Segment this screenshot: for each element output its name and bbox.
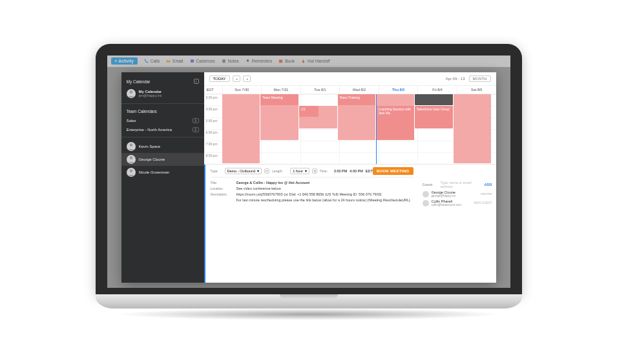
avatar <box>127 168 136 177</box>
activity-button[interactable]: Activity <box>111 57 138 65</box>
tab-book-label: Book <box>285 59 295 63</box>
team-item-enterprise[interactable]: Enterprise - North America 3 <box>121 125 204 134</box>
current-user-email: jen@happy.inc <box>139 94 162 97</box>
tab-email[interactable]: Email <box>166 59 183 63</box>
tab-hot-handoff[interactable]: Hot Handoff <box>301 59 330 63</box>
gear-icon[interactable]: ⚙ <box>312 168 317 174</box>
calendar-cell[interactable] <box>339 141 379 152</box>
time-label: Time: <box>320 169 331 173</box>
event-busy[interactable] <box>415 94 453 105</box>
svg-rect-0 <box>190 59 193 63</box>
team-calendars-section: Team Calendars <box>121 106 204 116</box>
person-name: George Cloone <box>139 157 165 161</box>
chevron-down-icon: ▾ <box>305 169 307 173</box>
guest-row[interactable]: Collin Pharell collin@hotaccount.com MAI… <box>423 199 492 207</box>
chevron-down-icon: ▾ <box>257 169 259 173</box>
avatar <box>423 191 429 197</box>
calendar-main: TODAY ‹ › Apr 09 - 13 MONTH EDT Sun 7/30 <box>204 72 496 283</box>
note-icon <box>222 59 226 63</box>
tab-email-label: Email <box>173 59 183 63</box>
team-label: Enterprise - North America <box>127 128 173 132</box>
calendar-body[interactable]: 3:00 pm4:00 pm5:00 pm6:00 pm7:00 pm8:00 … <box>204 94 496 164</box>
length-label: Length: <box>272 169 288 173</box>
avatar <box>127 155 136 164</box>
tab-hot-handoff-label: Hot Handoff <box>308 59 330 63</box>
length-select[interactable]: 1 hour▾ <box>290 168 309 174</box>
event-one-on-one[interactable]: 1/1 <box>299 106 319 117</box>
calendar-cell[interactable] <box>300 129 340 141</box>
phone-icon <box>144 59 149 63</box>
today-marker <box>376 94 377 164</box>
my-calendar-title: My Calendar <box>127 79 151 84</box>
calendar-grid[interactable]: EDT Sun 7/30 Mon 7/31 Tue 8/1 Wed 8/2 Th… <box>204 86 496 164</box>
calendar-cell[interactable] <box>417 152 457 164</box>
tab-notes[interactable]: Notes <box>222 59 239 63</box>
location-value[interactable]: See video conference below <box>236 187 281 190</box>
location-label: Location: <box>211 187 233 190</box>
avatar <box>127 142 136 151</box>
next-button[interactable]: › <box>243 76 251 82</box>
guest-row[interactable]: George Cloone george@happy.inc attendee <box>423 190 492 197</box>
guest-input[interactable]: Type name or email address <box>441 181 482 188</box>
team-calendars-title: Team Calendars <box>127 109 157 114</box>
event-team-training[interactable]: Team Training <box>338 94 376 105</box>
form-left: Type: Demo - Outbound▾ ⟳ Length: 1 hour▾… <box>204 165 419 283</box>
tab-reminders[interactable]: Reminders <box>246 59 272 63</box>
event-coaching[interactable]: Coaching Session with Jack Ma <box>376 106 414 140</box>
calendar-cell[interactable] <box>300 141 340 152</box>
calendar-cell[interactable] <box>379 141 418 152</box>
team-badge: 3 <box>193 118 199 123</box>
cadence-icon <box>190 59 194 63</box>
prev-button[interactable]: ‹ <box>233 76 240 82</box>
day-col: Tue 8/1 <box>300 86 340 94</box>
guests-label: Guests: <box>423 183 438 187</box>
team-item-sales[interactable]: Sales 3 <box>121 116 204 125</box>
calendar-cell[interactable] <box>417 129 457 141</box>
person-nicole[interactable]: Nicole Grownman <box>121 166 204 179</box>
title-value[interactable]: George & Collin - Happy Inc @ Hot Accoun… <box>236 181 310 185</box>
description-value[interactable]: https://zoom.us/j/5560767903 (or Dial: +… <box>236 192 410 202</box>
day-col: Sat 8/5 <box>457 86 496 94</box>
view-toggle[interactable]: MONTH <box>469 76 491 82</box>
book-meeting-button[interactable]: BOOK MEETING <box>373 167 413 175</box>
calendar-cell[interactable] <box>300 94 340 106</box>
calendar-cell[interactable] <box>339 152 379 164</box>
svg-rect-1 <box>222 59 225 63</box>
calendar-cell[interactable] <box>300 152 340 164</box>
calendar-cell[interactable] <box>379 152 418 164</box>
title-label: Title: <box>211 181 233 185</box>
event-block[interactable] <box>222 94 260 163</box>
person-george[interactable]: George Cloone <box>121 153 204 166</box>
app-toolbar: Activity Calls Email Cadences Notes <box>107 56 510 67</box>
person-kevin[interactable]: Kevin Space <box>121 140 204 153</box>
time-label: 8:00 pm <box>204 152 222 164</box>
today-button[interactable]: TODAY <box>209 76 230 82</box>
event-team-meeting[interactable]: Team Meeting <box>260 94 298 105</box>
event-sf-user-group[interactable]: Salesforce User Group <box>415 106 453 128</box>
type-select[interactable]: Demo - Outbound▾ <box>225 168 262 174</box>
day-col: Sun 7/30 <box>222 86 262 94</box>
guest-email: george@happy.inc <box>432 194 456 197</box>
time-label: 6:00 pm <box>204 129 222 141</box>
team-label: Sales <box>127 119 136 123</box>
calendar-cell[interactable] <box>417 141 457 152</box>
refresh-icon[interactable]: ⟳ <box>264 168 269 174</box>
calendar-cell[interactable] <box>261 152 300 164</box>
tab-cadences[interactable]: Cadences <box>190 59 215 63</box>
bell-icon <box>246 59 250 63</box>
team-badge: 3 <box>193 127 199 132</box>
event-block[interactable] <box>454 94 492 163</box>
day-col: Fri 8/4 <box>417 86 457 94</box>
svg-rect-2 <box>279 59 282 63</box>
laptop-frame: Activity Calls Email Cadences Notes <box>96 44 522 320</box>
time-label: 4:00 pm <box>204 106 222 117</box>
tab-calls[interactable]: Calls <box>144 59 160 63</box>
info-icon[interactable]: i <box>194 79 199 84</box>
calendar-header: TODAY ‹ › Apr 09 - 13 MONTH <box>204 72 496 86</box>
calendar-cell[interactable] <box>261 141 300 152</box>
add-guest-button[interactable]: ADD <box>485 183 492 187</box>
current-user[interactable]: My Calendar jen@happy.inc <box>121 86 204 101</box>
tab-book[interactable]: Book <box>278 59 295 63</box>
description-label: Description: <box>211 192 233 196</box>
laptop-base <box>96 294 522 308</box>
